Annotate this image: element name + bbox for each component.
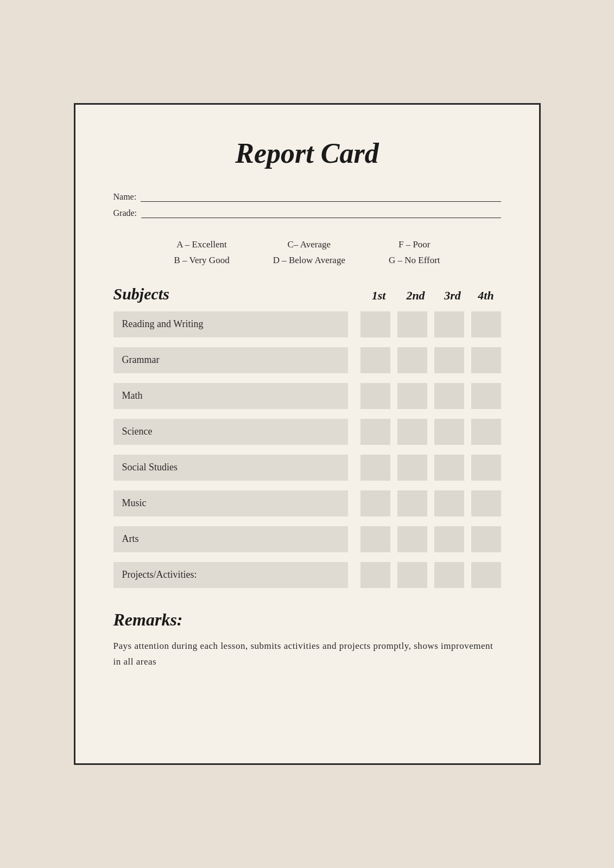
legend-item: C– Average [288,239,331,250]
grade-box-q4[interactable] [471,562,501,588]
grade-box-q2[interactable] [397,490,427,516]
grade-box-q2[interactable] [397,383,427,409]
legend-item: A – Excellent [176,239,227,250]
grade-box-q1[interactable] [360,419,390,445]
grade-boxes [353,562,501,588]
grade-box-q3[interactable] [434,562,464,588]
subject-name: Music [113,490,348,516]
legend-item: G – No Effort [389,255,440,265]
grade-boxes [353,347,501,373]
subjects-label: Subjects [113,285,360,303]
remarks-text: Pays attention during each lesson, submi… [113,639,501,670]
grade-box-q1[interactable] [360,455,390,481]
subject-name: Reading and Writing [113,311,348,337]
table-row: Social Studies [113,455,501,481]
grade-box-q3[interactable] [434,347,464,373]
subject-name: Math [113,383,348,409]
legend-item: B – Very Good [174,255,229,265]
remarks-section: Remarks: Pays attention during each less… [113,610,501,670]
grade-box-q3[interactable] [434,419,464,445]
grade-box-q1[interactable] [360,311,390,337]
grade-box-q3[interactable] [434,490,464,516]
remarks-title: Remarks: [113,610,501,630]
grade-boxes [353,490,501,516]
grade-line [141,207,501,218]
grade-box-q4[interactable] [471,347,501,373]
legend-col-1: C– AverageD – Below Average [273,237,345,269]
grade-box-q2[interactable] [397,419,427,445]
table-row: Science [113,419,501,445]
grade-boxes [353,311,501,337]
grade-box-q3[interactable] [434,383,464,409]
grade-box-q3[interactable] [434,455,464,481]
table-row: Grammar [113,347,501,373]
grade-box-q1[interactable] [360,490,390,516]
grade-boxes [353,383,501,409]
subjects-list: Reading and WritingGrammarMathScienceSoc… [113,311,501,588]
quarter-header-4th: 4th [471,289,501,303]
grade-label: Grade: [113,208,137,218]
quarter-header-3rd: 3rd [434,289,471,303]
grade-box-q1[interactable] [360,562,390,588]
grade-box-q4[interactable] [471,419,501,445]
subject-name: Social Studies [113,455,348,481]
name-field-row: Name: [113,191,501,202]
grade-box-q4[interactable] [471,490,501,516]
subject-name: Science [113,419,348,445]
legend-item: F – Poor [398,239,431,250]
name-label: Name: [113,192,137,202]
quarter-header-1st: 1st [360,289,397,303]
grade-box-q4[interactable] [471,383,501,409]
table-row: Projects/Activities: [113,562,501,588]
legend-col-2: F – PoorG – No Effort [389,237,440,269]
subject-name: Projects/Activities: [113,562,348,588]
grade-box-q1[interactable] [360,526,390,552]
legend-col-0: A – ExcellentB – Very Good [174,237,229,269]
grade-box-q1[interactable] [360,347,390,373]
grade-boxes [353,455,501,481]
subject-name: Arts [113,526,348,552]
grade-box-q1[interactable] [360,383,390,409]
report-card-page: Report Card Name: Grade: A – ExcellentB … [74,103,541,765]
subject-name: Grammar [113,347,348,373]
grade-box-q4[interactable] [471,311,501,337]
table-row: Arts [113,526,501,552]
grade-box-q3[interactable] [434,526,464,552]
grade-box-q2[interactable] [397,347,427,373]
grade-box-q2[interactable] [397,311,427,337]
page-title: Report Card [113,137,501,169]
table-row: Math [113,383,501,409]
grade-field-row: Grade: [113,207,501,218]
grade-box-q3[interactable] [434,311,464,337]
table-row: Reading and Writing [113,311,501,337]
grade-box-q2[interactable] [397,455,427,481]
quarter-headers: 1st2nd3rd4th [360,289,501,303]
grade-boxes [353,419,501,445]
quarter-header-2nd: 2nd [397,289,434,303]
grade-legend: A – ExcellentB – Very GoodC– AverageD – … [113,237,501,269]
grade-box-q2[interactable] [397,526,427,552]
legend-item: D – Below Average [273,255,345,265]
name-line [141,191,501,202]
grade-box-q4[interactable] [471,526,501,552]
grade-box-q4[interactable] [471,455,501,481]
grade-box-q2[interactable] [397,562,427,588]
grade-boxes [353,526,501,552]
table-row: Music [113,490,501,516]
subjects-header: Subjects 1st2nd3rd4th [113,285,501,303]
